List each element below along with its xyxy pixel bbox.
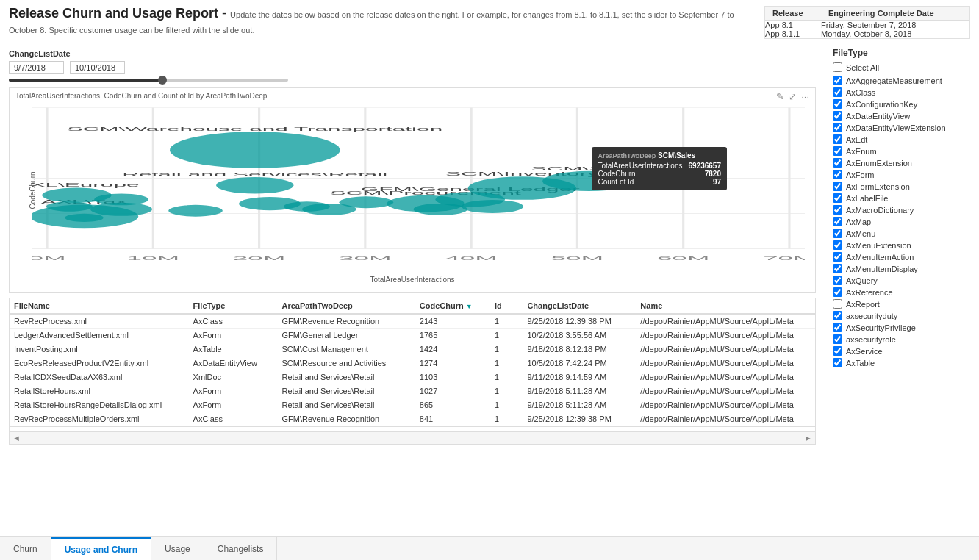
filetype-item[interactable]: AxLabelFile (833, 193, 972, 203)
filetype-item[interactable]: AxEdt (833, 134, 972, 144)
bubble[interactable] (168, 205, 223, 217)
filetype-checkbox[interactable] (833, 182, 842, 191)
table-cell-areapathtwodeep: Retail and Services\Retail (277, 398, 415, 412)
table-row[interactable]: RetailStoreHoursRangeDetailsDialog.xmlAx… (10, 398, 815, 412)
filetype-label: AxSecurityPrivilege (846, 323, 916, 332)
bubble[interactable] (170, 132, 340, 168)
chart-tooltip: AreaPathTwoDeep SCM\Sales TotalAreaUserI… (592, 147, 727, 190)
table-col-header-filetype[interactable]: FileType (189, 298, 278, 314)
filetype-item[interactable]: AxFormExtension (833, 182, 972, 191)
filetype-item[interactable]: AxTable (833, 358, 972, 367)
bubble[interactable] (339, 196, 393, 208)
more-icon[interactable]: ··· (801, 91, 809, 102)
table-col-header-changelistdate[interactable]: ChangeListDate (523, 298, 636, 314)
filetype-checkbox[interactable] (833, 323, 842, 332)
filetype-item[interactable]: AxMenuExtension (833, 240, 972, 250)
filetype-checkbox[interactable] (833, 87, 842, 97)
filetype-checkbox[interactable] (833, 123, 842, 132)
filetype-item[interactable]: AxClass (833, 87, 972, 97)
table-row[interactable]: LedgerAdvancedSettlement.xmlAxFormGFM\Ge… (10, 329, 815, 342)
table-col-header-name[interactable]: Name (636, 298, 815, 314)
filetype-checkbox[interactable] (833, 205, 842, 215)
filetype-item[interactable]: AxEnum (833, 146, 972, 156)
date-slider-track[interactable] (9, 79, 288, 82)
table-row[interactable]: RevRecProcessMultipleOrders.xmlAxClassGF… (10, 412, 815, 427)
table-cell-filename: RetailStoreHours.xml (10, 384, 189, 398)
filetype-item[interactable]: AxDataEntityViewExtension (833, 123, 972, 132)
tab-usage[interactable]: Usage (151, 537, 204, 560)
table-col-header-codechurn[interactable]: CodeChurn ▼ (415, 298, 490, 314)
tab-usage-and-churn[interactable]: Usage and Churn (51, 537, 151, 560)
filetype-label: AxClass (846, 88, 875, 97)
filetype-checkbox[interactable] (833, 334, 842, 344)
table-row[interactable]: RetailStoreHours.xmlAxFormRetail and Ser… (10, 384, 815, 398)
filetype-checkbox[interactable] (833, 134, 842, 144)
date-start-input[interactable] (9, 61, 64, 74)
filetype-item[interactable]: AxMenuItemAction (833, 252, 972, 262)
filetype-checkbox[interactable] (833, 76, 842, 85)
filetype-checkbox[interactable] (833, 264, 842, 273)
slider-thumb[interactable] (158, 76, 167, 85)
filetype-item[interactable]: AxService (833, 346, 972, 356)
table-col-header-areapathtwodeep[interactable]: AreaPathTwoDeep (277, 298, 415, 314)
filetype-checkbox[interactable] (833, 358, 842, 367)
scroll-right-icon[interactable]: ► (804, 434, 812, 442)
filetype-item[interactable]: AxConfigurationKey (833, 99, 972, 109)
table-cell-name: //depot/Rainier/AppMU/Source/AppIL/Meta (636, 384, 815, 398)
filetype-item[interactable]: AxEnumExtension (833, 158, 972, 168)
bubble[interactable] (46, 201, 93, 212)
bubble[interactable] (413, 204, 467, 215)
date-end-input[interactable] (70, 61, 125, 74)
select-all-row[interactable]: Select All (833, 62, 972, 72)
table-row[interactable]: RetailCDXSeedDataAX63.xmlXmlDocRetail an… (10, 370, 815, 384)
filetype-checkbox[interactable] (833, 170, 842, 179)
filetype-checkbox[interactable] (833, 240, 842, 250)
bubble[interactable] (65, 214, 104, 222)
table-scroll-bar[interactable]: ◄ ► (10, 431, 815, 444)
filetype-checkbox[interactable] (833, 111, 842, 121)
bubble[interactable] (462, 200, 523, 213)
filetype-item[interactable]: axsecurityduty (833, 311, 972, 320)
filetype-item[interactable]: AxMenu (833, 229, 972, 238)
footer-cell-id: 2496 (490, 426, 523, 431)
table-col-header-filename[interactable]: FileName (10, 298, 189, 314)
bubble[interactable] (90, 203, 152, 216)
filetype-item[interactable]: AxReference (833, 287, 972, 297)
filetype-item[interactable]: AxMenuItemDisplay (833, 264, 972, 273)
filetype-item[interactable]: AxForm (833, 170, 972, 179)
edit-icon[interactable]: ✎ (776, 91, 784, 102)
select-all-checkbox[interactable] (833, 62, 842, 72)
filetype-item[interactable]: AxMap (833, 217, 972, 226)
filetype-checkbox[interactable] (833, 229, 842, 238)
tab-changelists[interactable]: Changelists (204, 537, 278, 560)
filetype-item[interactable]: AxReport (833, 299, 972, 309)
table-row[interactable]: InventPosting.xmlAxTableSCM\Cost Managem… (10, 342, 815, 356)
filetype-item[interactable]: AxMacroDictionary (833, 205, 972, 215)
table-row[interactable]: RevRecProcess.xmlAxClassGFM\Revenue Reco… (10, 314, 815, 329)
filetype-checkbox[interactable] (833, 346, 842, 356)
filetype-checkbox[interactable] (833, 276, 842, 285)
filetype-item[interactable]: AxAggregateMeasurement (833, 76, 972, 85)
svg-text:0M: 0M (32, 255, 66, 262)
tab-churn[interactable]: Churn (0, 537, 51, 560)
filetype-checkbox[interactable] (833, 99, 842, 109)
filetype-item[interactable]: AxSecurityPrivilege (833, 323, 972, 332)
filetype-checkbox[interactable] (833, 217, 842, 226)
scroll-left-icon[interactable]: ◄ (12, 434, 21, 442)
chart-icons[interactable]: ✎ ⤢ ··· (776, 91, 809, 102)
filetype-checkbox[interactable] (833, 146, 842, 156)
expand-icon[interactable]: ⤢ (789, 91, 797, 102)
filetype-item[interactable]: axsecurityrole (833, 334, 972, 344)
table-col-header-id[interactable]: Id (490, 298, 523, 314)
filetype-checkbox[interactable] (833, 252, 842, 262)
filetype-checkbox[interactable] (833, 158, 842, 168)
filetype-checkbox[interactable] (833, 193, 842, 203)
filetype-item[interactable]: AxDataEntityView (833, 111, 972, 121)
filetype-checkbox[interactable] (833, 311, 842, 320)
filetype-checkbox[interactable] (833, 287, 842, 297)
filetype-item[interactable]: AxQuery (833, 276, 972, 285)
footer-cell-name (636, 426, 815, 431)
table-row[interactable]: EcoResReleasedProductV2Entity.xmlAxDataE… (10, 356, 815, 370)
filetype-checkbox[interactable] (833, 299, 842, 309)
bubble[interactable] (216, 177, 293, 194)
